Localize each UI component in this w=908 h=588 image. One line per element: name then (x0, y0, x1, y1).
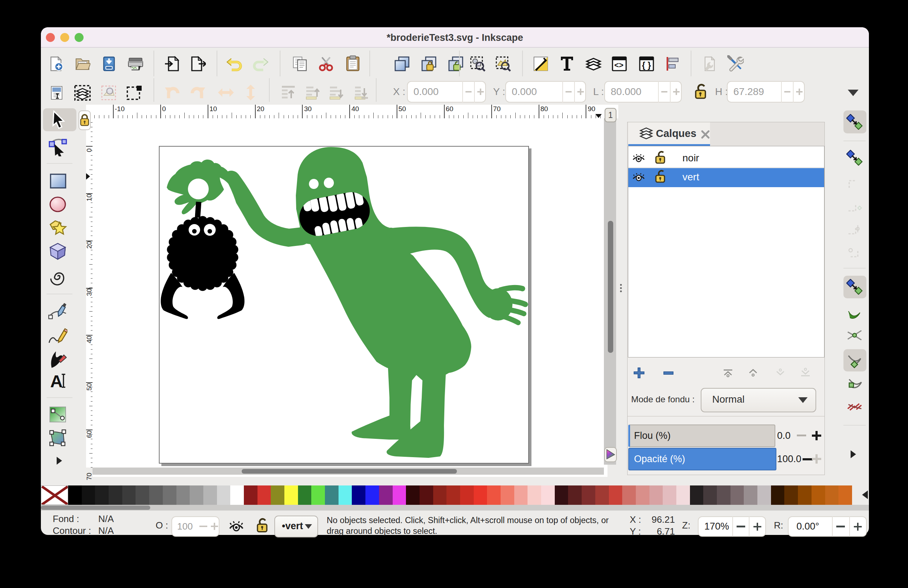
svg-text:{ }: { } (642, 60, 651, 70)
svg-text:A: A (50, 372, 63, 390)
svg-text:<>: <> (614, 61, 624, 69)
